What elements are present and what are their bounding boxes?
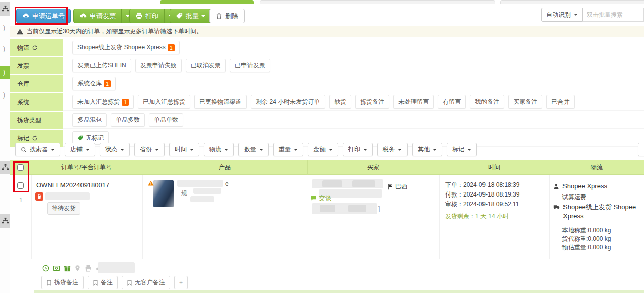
printer-icon[interactable] — [85, 265, 92, 272]
filter-chip[interactable]: 买家备注 — [508, 95, 542, 109]
location-pin-icon[interactable] — [74, 265, 81, 272]
bookmark-icon — [93, 280, 98, 286]
sidebar-item-fragment[interactable]: ) — [3, 91, 5, 99]
filter-chip[interactable]: 系统仓库1 — [72, 77, 116, 90]
filter-chip[interactable]: 多品混包 — [72, 113, 107, 127]
notice-text: 当前仅显示近30天内的订单，如需显示更多订单请筛选下单时间。 — [27, 27, 202, 36]
trash-icon — [215, 12, 223, 20]
note-button[interactable]: 备注 — [88, 276, 118, 289]
refresh-icon[interactable] — [32, 135, 38, 141]
select-all-cell — [10, 160, 31, 175]
filter-chip[interactable]: 已申请发票 — [230, 59, 270, 72]
gift-icon[interactable] — [64, 265, 71, 272]
filter-chip[interactable]: 发票已上传SHEIN — [72, 59, 131, 72]
apply-invoice-button[interactable]: 申请发票 — [73, 9, 122, 23]
order-status-badge: 等待发货 — [47, 202, 80, 215]
no-customer-note-button[interactable]: 无客户备注 — [122, 276, 170, 289]
auto-detect-dropdown[interactable]: 自动识别 — [541, 8, 583, 22]
sidebar-item-selected[interactable]: ) — [0, 66, 10, 79]
quantity-dropdown[interactable]: 数量 — [238, 143, 269, 156]
tax-dropdown[interactable]: 税务 — [377, 143, 408, 156]
sitemap-icon[interactable] — [0, 2, 10, 16]
count-badge: 1 — [168, 44, 175, 51]
logistics-dropdown[interactable]: 物流 — [204, 143, 234, 156]
time-value: 2024-09-18 09:52:11 — [463, 201, 519, 208]
print-filter-dropdown[interactable]: 打印 — [343, 143, 373, 156]
filter-chip[interactable]: 未处理留言 — [393, 95, 434, 109]
person-icon — [553, 183, 559, 189]
shop-dropdown[interactable]: 店铺 — [65, 143, 95, 156]
chat-icon — [310, 195, 317, 202]
filter-chip[interactable]: 拣货备注 — [355, 95, 389, 109]
bookmark-icon — [127, 280, 132, 286]
shopee-icon — [35, 192, 43, 201]
refresh-list-button[interactable]: 刷 — [638, 143, 644, 156]
print-button[interactable]: 打印 — [129, 9, 165, 23]
tab-inactive-1[interactable] — [260, 0, 495, 4]
amount-dropdown[interactable]: 金额 — [308, 143, 338, 156]
notice-bar: 当前仅显示近30天内的订单，如需显示更多订单请筛选下单时间。 — [10, 26, 644, 37]
filter-chip[interactable]: 已加入汇总拣货 — [138, 95, 190, 109]
filter-chip[interactable]: 单品单数 — [149, 113, 183, 127]
sidebar-item-fragment[interactable]: ) — [3, 45, 5, 52]
filter-row-pick-type: 拣货类型 多品混包 单品多数 单品单数 — [10, 112, 644, 130]
pick-note-button[interactable]: 拣货备注 — [41, 276, 84, 289]
search-builder-dropdown[interactable]: 搜索器 — [15, 143, 60, 156]
weight-estimated: 预估重量:0.000 kg — [562, 243, 611, 252]
filter-chip[interactable]: 有留言 — [438, 95, 466, 109]
chevron-down-icon — [155, 149, 159, 151]
apply-tracking-number-button[interactable]: 申请运单号 — [16, 9, 71, 23]
cloud-upload-icon — [79, 12, 87, 20]
clock-icon[interactable] — [42, 265, 49, 272]
filter-chip[interactable]: 单品多数 — [111, 113, 145, 127]
tab-inactive-2[interactable] — [500, 0, 644, 4]
order-number[interactable]: OWNFFM202409180017 — [36, 181, 109, 189]
filter-row-system: 系统 未加入汇总拣货1 已加入汇总拣货 已更换物流渠道 剩余 24 小时未发货订… — [10, 93, 644, 112]
redacted-product-spec — [193, 188, 221, 194]
chevron-down-icon — [363, 149, 367, 151]
time-label: 付款： — [445, 191, 463, 198]
sitemap-icon[interactable] — [0, 161, 10, 174]
refresh-icon[interactable] — [32, 45, 38, 51]
redacted-store-name — [45, 192, 90, 200]
flag-icon — [387, 184, 393, 190]
chat-link[interactable]: 交谈 — [310, 194, 331, 203]
filter-chip[interactable]: 发票申请失败 — [135, 59, 182, 72]
product-spec-fragment: 规 — [181, 189, 187, 198]
chevron-down-icon — [294, 149, 298, 151]
other-dropdown[interactable]: 其他 — [412, 143, 442, 156]
filter-chip[interactable]: 我的备注 — [470, 95, 504, 109]
filter-chip[interactable]: 已取消发票 — [186, 59, 226, 72]
sidebar-item-fragment[interactable]: ) — [3, 24, 5, 31]
filter-chip[interactable]: 剩余 24 小时未发货订单 — [251, 95, 325, 109]
tab-active[interactable] — [160, 0, 254, 4]
redacted-footer-field — [98, 262, 135, 273]
filter-chip[interactable]: 未加入汇总拣货1 — [72, 95, 134, 109]
weight-dropdown[interactable]: 重量 — [273, 143, 303, 156]
row-note-buttons: 拣货备注 备注 无客户备注 + — [41, 276, 192, 289]
add-note-button[interactable]: + — [174, 276, 188, 289]
batch-search-input[interactable] — [583, 8, 644, 22]
sitemap-icon[interactable] — [0, 214, 10, 228]
row-checkbox[interactable] — [17, 182, 24, 189]
count-badge: 1 — [104, 80, 111, 87]
filter-chip[interactable]: 缺货 — [329, 95, 351, 109]
time-dropdown[interactable]: 时间 — [169, 143, 199, 156]
mark-dropdown[interactable]: 标记 — [447, 143, 477, 156]
calc-shipping-link[interactable]: 试算运费 — [562, 193, 586, 202]
product-thumbnail[interactable] — [153, 180, 174, 207]
status-dropdown[interactable]: 状态 — [100, 143, 130, 156]
filter-row-warehouse: 仓库 系统仓库1 — [10, 75, 644, 93]
province-dropdown[interactable]: 省份 — [134, 143, 165, 156]
filter-chip[interactable]: 已合并 — [546, 95, 575, 109]
filter-chip[interactable]: 已更换物流渠道 — [194, 95, 247, 109]
plus-icon: + — [179, 279, 183, 286]
product-title-fragment: e — [225, 180, 229, 187]
money-icon[interactable] — [53, 265, 60, 272]
delete-button[interactable]: 删除 — [209, 9, 245, 23]
batch-button[interactable]: 批量 — [170, 9, 211, 23]
bottom-scroll-bar[interactable] — [34, 290, 644, 293]
filter-chip[interactable]: Shopee线上发货 Shopee Xpress1 — [72, 41, 180, 54]
select-all-checkbox[interactable] — [17, 164, 24, 171]
chevron-down-icon — [120, 149, 124, 151]
